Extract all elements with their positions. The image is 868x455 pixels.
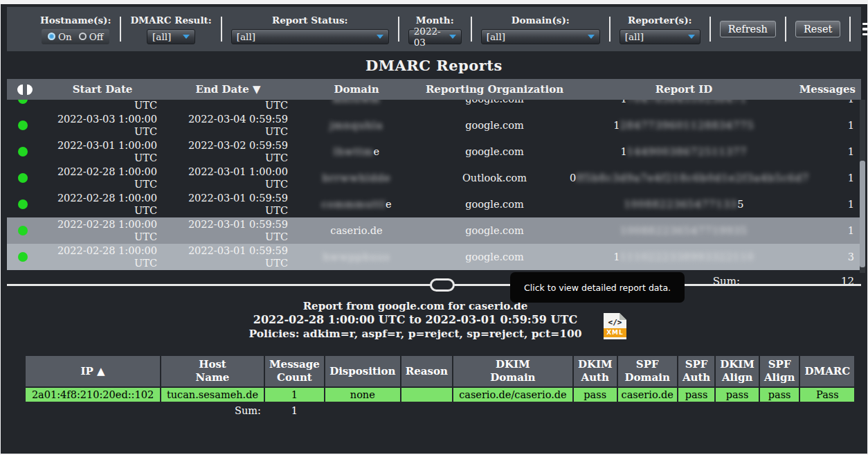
header-line: DKIM: [578, 358, 613, 371]
chevron-down-icon: [449, 35, 456, 39]
cell-report-id: 12847739601128834775: [570, 119, 798, 132]
detail-table-row[interactable]: 2a01:4f8:210:20ed::102 tucan.sesameh.de …: [25, 387, 855, 402]
cell-status: [7, 252, 42, 262]
reset-button[interactable]: Reset: [795, 21, 840, 37]
cell-dkim-auth: pass: [573, 387, 617, 402]
toolbar-separator: [609, 17, 611, 42]
table-row[interactable]: 2022-02-28 1:00:00UTC2022-03-01 1:00:00U…: [7, 165, 861, 191]
detail-col-dmarc[interactable]: DMARC: [799, 355, 855, 387]
detail-col-ip-[interactable]: IP ▲: [25, 355, 161, 387]
detail-col-dkim[interactable]: DKIMAuth: [573, 355, 617, 387]
redacted-report-id: 1110222338993322110: [620, 251, 754, 262]
table-row[interactable]: UTC UTCmniuwmgoogle.com17047836455923847…: [7, 100, 861, 112]
hostname-off-radio[interactable]: Off: [79, 31, 104, 42]
table-row[interactable]: 2022-02-28 1:00:00UTC2022-03-01 0:59:59U…: [7, 244, 861, 270]
header-line: DKIM: [458, 358, 568, 371]
detail-col-host[interactable]: HostName: [161, 355, 264, 387]
detail-col-reason[interactable]: Reason: [401, 355, 453, 387]
dmarc-result-dropdown[interactable]: [all]: [147, 29, 195, 44]
sort-desc-icon: ▼: [253, 83, 261, 96]
timezone-line: UTC: [163, 100, 288, 111]
month-label: Month:: [416, 15, 454, 26]
cell-messages: 1: [798, 145, 861, 158]
date-line: 2022-03-04 0:59:59: [163, 113, 288, 125]
cell-reporting-org: google.com: [419, 100, 570, 105]
header-line: Message: [269, 358, 320, 371]
refresh-button[interactable]: Refresh: [720, 21, 776, 37]
header-line: Count: [269, 371, 320, 384]
cell-domain: jmnquhla: [293, 119, 419, 132]
reporters-value: [all]: [625, 31, 644, 42]
hostname-on-radio[interactable]: On: [48, 31, 72, 42]
detail-col-message[interactable]: MessageCount: [264, 355, 325, 387]
cell-reporting-org: google.com: [419, 251, 570, 263]
table-row[interactable]: 2022-02-28 1:00:00UTC2022-03-01 0:59:59U…: [7, 191, 861, 217]
col-reporting-org[interactable]: Reporting Organization: [419, 83, 570, 96]
detail-col-disposition[interactable]: Disposition: [325, 355, 401, 387]
cell-domain: hwwpphuus: [293, 251, 419, 263]
detail-col-dkim[interactable]: DKIMDomain: [453, 355, 573, 387]
cell-dkim-align: pass: [715, 387, 759, 402]
cell-spf-domain: caserio.de: [617, 387, 678, 402]
cell-domain: mniuwm: [293, 100, 419, 105]
tooltip: Click to view detailed report data.: [510, 272, 685, 303]
filter-toolbar: Hostname(s): On Off DMARC Result: [all]: [7, 7, 861, 51]
cell-spf-align: pass: [759, 387, 799, 402]
table-row[interactable]: 2022-03-03 1:00:00UTC2022-03-04 0:59:59U…: [7, 112, 861, 139]
timezone-line: UTC: [42, 100, 157, 111]
col-end-date[interactable]: End Date ▼: [163, 83, 293, 96]
cell-report-id: 10088223654771335: [570, 198, 798, 211]
cell-dmarc: Pass: [799, 387, 855, 402]
date-line: 2022-02-28 1:00:00: [42, 166, 157, 178]
chevron-down-icon: [377, 35, 383, 39]
dmarc-result-filter-group: DMARC Result: [all]: [130, 15, 211, 44]
table-row[interactable]: 2022-02-28 1:00:00UTC2022-03-01 0:59:59U…: [7, 217, 861, 244]
detail-table-header-row: IP ▲HostNameMessageCountDispositionReaso…: [25, 355, 855, 387]
date-line: 2022-03-01 1:00:00: [42, 139, 157, 152]
date-line: 2022-03-01 0:59:59: [163, 244, 288, 257]
redacted-domain: mniuwm: [332, 100, 380, 105]
cell-report-id: 100882236547719935: [570, 224, 798, 237]
cell-reporting-org: Outlook.com: [419, 172, 570, 184]
report-status-dropdown[interactable]: [all]: [231, 29, 389, 44]
cell-message-count: 1: [264, 387, 325, 402]
detail-col-spf[interactable]: SPFDomain: [617, 355, 678, 387]
horizontal-scrollbar-thumb[interactable]: [430, 278, 455, 292]
hostname-on-label: On: [58, 31, 72, 42]
hamburger-menu-icon[interactable]: [860, 20, 867, 39]
cell-disposition: none: [325, 387, 401, 402]
cell-start-date: 2022-02-28 1:00:00UTC: [42, 192, 163, 217]
cell-start-date: 2022-02-28 1:00:00UTC: [42, 244, 163, 269]
status-dot-icon: [18, 121, 28, 130]
cell-start-date: 2022-02-28 1:00:00UTC: [42, 218, 163, 243]
cell-status: [7, 199, 42, 209]
cell-messages: 1: [798, 198, 861, 211]
xml-file-icon[interactable]: </> XML: [604, 313, 626, 339]
cell-status: [7, 173, 42, 183]
detail-col-spf[interactable]: SPFAlign: [759, 355, 799, 387]
col-domain[interactable]: Domain: [293, 83, 419, 96]
col-start-date[interactable]: Start Date: [42, 83, 163, 96]
domains-filter-group: Domain(s): [all]: [481, 15, 600, 44]
reporters-dropdown[interactable]: [all]: [620, 29, 700, 44]
date-line: 2022-03-03 1:00:00: [42, 113, 157, 125]
date-line: 2022-02-28 1:00:00: [42, 218, 157, 231]
detail-col-spf[interactable]: SPFAuth: [678, 355, 715, 387]
month-dropdown[interactable]: 2022-03: [408, 29, 462, 44]
redacted-report-id: 70478364559238471: [627, 100, 748, 105]
radio-selected-icon: [48, 33, 55, 40]
chevron-down-icon: [183, 35, 190, 39]
cell-start-date: 2022-03-03 1:00:00UTC: [42, 113, 163, 138]
date-line: 2022-02-28 1:00:00: [42, 244, 157, 257]
detail-report-header: Report from google.com for caserio.de 20…: [1, 299, 830, 341]
col-messages[interactable]: Messages: [798, 83, 861, 96]
cell-messages: 1: [798, 100, 861, 105]
table-row[interactable]: 2022-03-01 1:00:00UTC2022-03-02 0:59:59U…: [7, 139, 861, 165]
date-line: 2022-03-01 0:59:59: [163, 192, 288, 204]
timezone-line: UTC: [42, 152, 157, 164]
col-report-id[interactable]: Report ID: [570, 83, 798, 96]
vertical-scrollbar-thumb[interactable]: [860, 161, 865, 267]
detail-col-dkim[interactable]: DKIMAlign: [715, 355, 759, 387]
column-toggle-icon[interactable]: [7, 84, 42, 95]
domains-dropdown[interactable]: [all]: [481, 29, 600, 44]
